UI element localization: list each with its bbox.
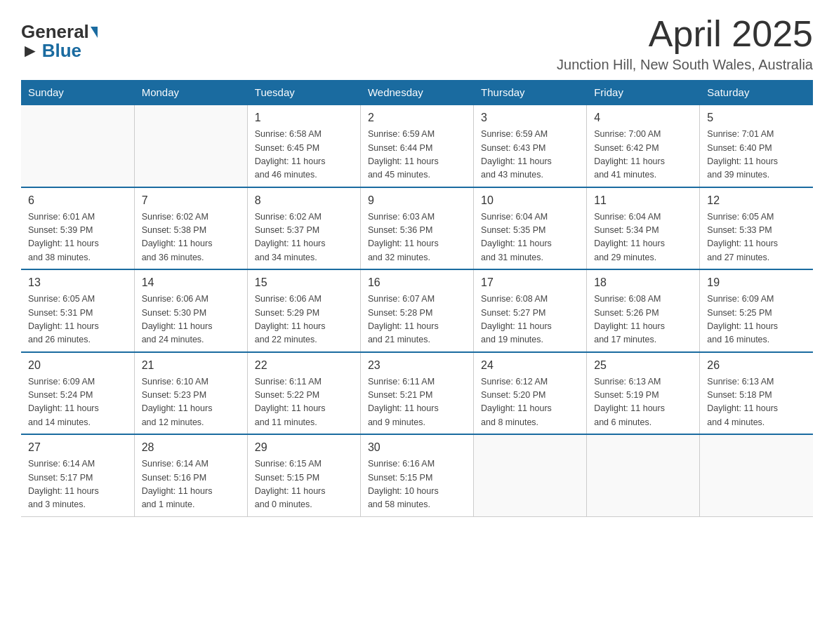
calendar-day-header-tuesday: Tuesday	[247, 81, 360, 105]
day-number: 3	[481, 109, 579, 126]
day-info: Sunrise: 6:11 AMSunset: 5:21 PMDaylight:…	[368, 375, 466, 430]
day-number: 15	[255, 274, 353, 291]
calendar-day-28: 28Sunrise: 6:14 AMSunset: 5:16 PMDayligh…	[134, 434, 247, 516]
day-info: Sunrise: 6:58 AMSunset: 6:45 PMDaylight:…	[255, 128, 353, 182]
day-info: Sunrise: 7:00 AMSunset: 6:42 PMDaylight:…	[594, 128, 692, 182]
calendar-empty-cell	[474, 434, 587, 516]
calendar-week-row-3: 13Sunrise: 6:05 AMSunset: 5:31 PMDayligh…	[21, 269, 813, 352]
day-info: Sunrise: 6:08 AMSunset: 5:26 PMDaylight:…	[594, 293, 692, 347]
day-number: 12	[707, 192, 806, 209]
calendar-day-header-thursday: Thursday	[474, 81, 587, 105]
day-number: 1	[255, 109, 353, 126]
logo-triangle-icon	[91, 27, 98, 38]
calendar-table: SundayMondayTuesdayWednesdayThursdayFrid…	[21, 80, 813, 517]
day-info: Sunrise: 6:59 AMSunset: 6:44 PMDaylight:…	[368, 128, 466, 182]
day-number: 21	[142, 357, 240, 374]
calendar-day-header-saturday: Saturday	[700, 81, 813, 105]
calendar-day-2: 2Sunrise: 6:59 AMSunset: 6:44 PMDaylight…	[360, 105, 473, 187]
day-number: 7	[142, 192, 240, 209]
calendar-day-1: 1Sunrise: 6:58 AMSunset: 6:45 PMDaylight…	[247, 105, 360, 187]
page-header: General ► Blue April 2025 Junction Hill,…	[21, 14, 813, 73]
calendar-day-19: 19Sunrise: 6:09 AMSunset: 5:25 PMDayligh…	[700, 269, 813, 352]
day-number: 25	[594, 357, 692, 374]
calendar-day-13: 13Sunrise: 6:05 AMSunset: 5:31 PMDayligh…	[21, 269, 134, 352]
calendar-empty-cell	[700, 434, 813, 516]
day-info: Sunrise: 6:03 AMSunset: 5:36 PMDaylight:…	[368, 210, 466, 265]
day-number: 29	[255, 439, 353, 456]
calendar-day-5: 5Sunrise: 7:01 AMSunset: 6:40 PMDaylight…	[700, 105, 813, 187]
page-subtitle: Junction Hill, New South Wales, Australi…	[557, 57, 813, 73]
day-info: Sunrise: 6:05 AMSunset: 5:31 PMDaylight:…	[28, 293, 127, 347]
day-number: 11	[594, 192, 692, 209]
logo: General ► Blue	[21, 21, 99, 62]
calendar-day-12: 12Sunrise: 6:05 AMSunset: 5:33 PMDayligh…	[700, 187, 813, 270]
day-info: Sunrise: 6:11 AMSunset: 5:22 PMDaylight:…	[255, 375, 353, 430]
calendar-day-14: 14Sunrise: 6:06 AMSunset: 5:30 PMDayligh…	[134, 269, 247, 352]
calendar-day-header-wednesday: Wednesday	[360, 81, 473, 105]
day-number: 6	[28, 192, 127, 209]
day-number: 24	[481, 357, 579, 374]
day-info: Sunrise: 6:09 AMSunset: 5:25 PMDaylight:…	[707, 293, 806, 347]
calendar-day-header-monday: Monday	[134, 81, 247, 105]
day-number: 8	[255, 192, 353, 209]
day-number: 26	[707, 357, 806, 374]
day-number: 27	[28, 439, 127, 456]
calendar-day-8: 8Sunrise: 6:02 AMSunset: 5:37 PMDaylight…	[247, 187, 360, 270]
day-info: Sunrise: 6:02 AMSunset: 5:38 PMDaylight:…	[142, 210, 240, 265]
day-info: Sunrise: 7:01 AMSunset: 6:40 PMDaylight:…	[707, 128, 806, 182]
day-number: 4	[594, 109, 692, 126]
calendar-day-10: 10Sunrise: 6:04 AMSunset: 5:35 PMDayligh…	[474, 187, 587, 270]
day-number: 13	[28, 274, 127, 291]
day-number: 17	[481, 274, 579, 291]
day-info: Sunrise: 6:59 AMSunset: 6:43 PMDaylight:…	[481, 128, 579, 182]
calendar-day-27: 27Sunrise: 6:14 AMSunset: 5:17 PMDayligh…	[21, 434, 134, 516]
calendar-day-22: 22Sunrise: 6:11 AMSunset: 5:22 PMDayligh…	[247, 352, 360, 435]
day-info: Sunrise: 6:04 AMSunset: 5:35 PMDaylight:…	[481, 210, 579, 265]
calendar-week-row-4: 20Sunrise: 6:09 AMSunset: 5:24 PMDayligh…	[21, 352, 813, 435]
calendar-day-header-sunday: Sunday	[21, 81, 134, 105]
calendar-day-7: 7Sunrise: 6:02 AMSunset: 5:38 PMDaylight…	[134, 187, 247, 270]
calendar-day-header-friday: Friday	[587, 81, 700, 105]
calendar-day-21: 21Sunrise: 6:10 AMSunset: 5:23 PMDayligh…	[134, 352, 247, 435]
day-info: Sunrise: 6:12 AMSunset: 5:20 PMDaylight:…	[481, 375, 579, 430]
calendar-day-26: 26Sunrise: 6:13 AMSunset: 5:18 PMDayligh…	[700, 352, 813, 435]
calendar-day-15: 15Sunrise: 6:06 AMSunset: 5:29 PMDayligh…	[247, 269, 360, 352]
day-number: 28	[142, 439, 240, 456]
day-info: Sunrise: 6:09 AMSunset: 5:24 PMDaylight:…	[28, 375, 127, 430]
day-info: Sunrise: 6:14 AMSunset: 5:17 PMDaylight:…	[28, 457, 127, 512]
day-number: 9	[368, 192, 466, 209]
day-info: Sunrise: 6:02 AMSunset: 5:37 PMDaylight:…	[255, 210, 353, 265]
day-number: 30	[368, 439, 466, 456]
day-number: 10	[481, 192, 579, 209]
calendar-day-29: 29Sunrise: 6:15 AMSunset: 5:15 PMDayligh…	[247, 434, 360, 516]
title-area: April 2025 Junction Hill, New South Wale…	[557, 14, 813, 73]
calendar-day-4: 4Sunrise: 7:00 AMSunset: 6:42 PMDaylight…	[587, 105, 700, 187]
day-info: Sunrise: 6:16 AMSunset: 5:15 PMDaylight:…	[368, 457, 466, 512]
calendar-day-23: 23Sunrise: 6:11 AMSunset: 5:21 PMDayligh…	[360, 352, 473, 435]
day-info: Sunrise: 6:01 AMSunset: 5:39 PMDaylight:…	[28, 210, 127, 265]
day-info: Sunrise: 6:14 AMSunset: 5:16 PMDaylight:…	[142, 457, 240, 512]
day-number: 22	[255, 357, 353, 374]
day-number: 2	[368, 109, 466, 126]
day-info: Sunrise: 6:04 AMSunset: 5:34 PMDaylight:…	[594, 210, 692, 265]
calendar-day-30: 30Sunrise: 6:16 AMSunset: 5:15 PMDayligh…	[360, 434, 473, 516]
page-title: April 2025	[557, 14, 813, 54]
day-info: Sunrise: 6:13 AMSunset: 5:19 PMDaylight:…	[594, 375, 692, 430]
calendar-empty-cell	[21, 105, 134, 187]
day-number: 14	[142, 274, 240, 291]
day-number: 18	[594, 274, 692, 291]
calendar-day-24: 24Sunrise: 6:12 AMSunset: 5:20 PMDayligh…	[474, 352, 587, 435]
calendar-week-row-5: 27Sunrise: 6:14 AMSunset: 5:17 PMDayligh…	[21, 434, 813, 516]
day-info: Sunrise: 6:08 AMSunset: 5:27 PMDaylight:…	[481, 293, 579, 347]
calendar-week-row-1: 1Sunrise: 6:58 AMSunset: 6:45 PMDaylight…	[21, 105, 813, 187]
day-number: 16	[368, 274, 466, 291]
day-info: Sunrise: 6:10 AMSunset: 5:23 PMDaylight:…	[142, 375, 240, 430]
day-info: Sunrise: 6:07 AMSunset: 5:28 PMDaylight:…	[368, 293, 466, 347]
logo-blue: Blue	[42, 40, 81, 62]
day-number: 5	[707, 109, 806, 126]
calendar-week-row-2: 6Sunrise: 6:01 AMSunset: 5:39 PMDaylight…	[21, 187, 813, 270]
day-number: 19	[707, 274, 806, 291]
calendar-day-25: 25Sunrise: 6:13 AMSunset: 5:19 PMDayligh…	[587, 352, 700, 435]
calendar-day-3: 3Sunrise: 6:59 AMSunset: 6:43 PMDaylight…	[474, 105, 587, 187]
calendar-day-11: 11Sunrise: 6:04 AMSunset: 5:34 PMDayligh…	[587, 187, 700, 270]
